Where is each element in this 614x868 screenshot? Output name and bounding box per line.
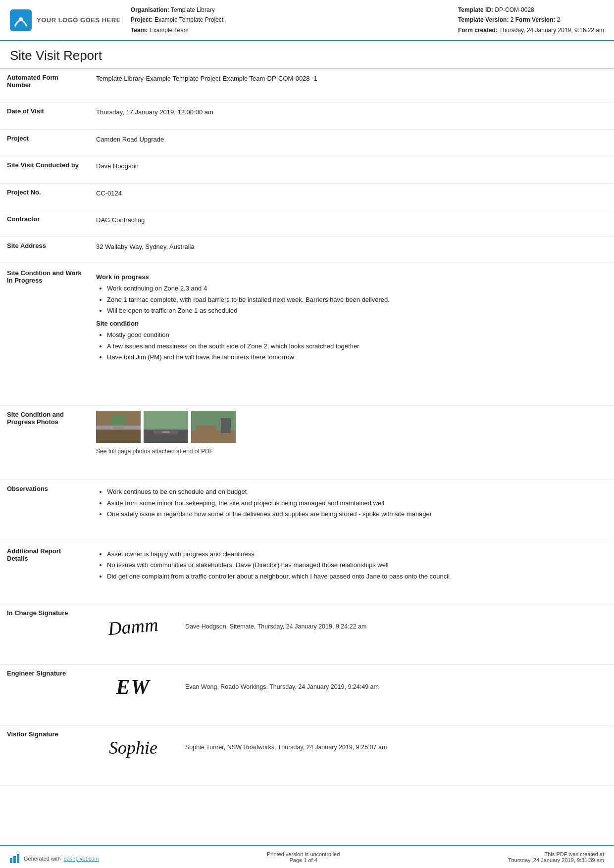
visitor-sig-area: Sophie Sophie Turner, NSW Roadworks, Thu… [96,730,607,765]
row-project-no: Project No. CC-0124 [0,183,614,210]
team-line: Team: Example Team [131,25,448,35]
footer-right: This PDF was created at Thursday, 24 Jan… [508,851,604,863]
visitor-sig-image: Sophie [96,730,170,765]
visitor-sig-value: Sophie Sophie Turner, NSW Roadworks, Thu… [89,725,614,785]
svg-point-1 [19,17,23,21]
add-bullet-2: No issues with communities or stakeholde… [107,560,607,570]
logo-icon [10,9,32,31]
org-value: Template Library [171,6,215,13]
in-charge-sig-value: Damm Dave Hodgson, Sitemate, Thursday, 2… [89,604,614,665]
site-condition-label: Site Condition and Work in Progress [0,264,89,405]
form-created-label: Form created: [458,27,498,34]
site-address-label: Site Address [0,237,89,264]
form-version-value: 2 [557,16,561,23]
add-bullet-3: Did get one complaint from a traffic con… [107,572,607,581]
row-automated-form-number: Automated Form Number Template Library-E… [0,69,614,102]
row-site-address: Site Address 32 Wallaby Way, Sydney, Aus… [0,237,614,264]
automated-form-number-value: Template Library-Example Template Projec… [89,69,614,102]
header: YOUR LOGO GOES HERE Organisation: Templa… [0,0,614,41]
footer-page-text: Page 1 of 4 [267,857,340,863]
project-no-value: CC-0124 [89,183,614,210]
version-line: Template Version: 2 Form Version: 2 [458,15,604,25]
org-label: Organisation: [131,6,169,13]
team-value: Example Team [150,27,189,34]
site-condition-value: Work in progress Work continuing on Zone… [89,264,614,405]
row-site-condition: Site Condition and Work in Progress Work… [0,264,614,405]
page: YOUR LOGO GOES HERE Organisation: Templa… [0,0,614,868]
photo-thumb-2 [144,411,188,443]
project-field-label: Project [0,129,89,156]
engineer-sig-text: Evan Wong, Roado Workings, Thursday, 24 … [185,682,379,692]
form-created-line: Form created: Thursday, 24 January 2019,… [458,25,604,35]
template-id-line: Template ID: DP-COM-0028 [458,5,604,15]
visitor-sig-label: Visitor Signature [0,725,89,785]
observations-bullets-list: Work continues to be on schedule and on … [96,487,607,519]
engineer-sig-image: EW [96,670,170,704]
engineer-sig-area: EW Evan Wong, Roado Workings, Thursday, … [96,670,607,704]
additional-bullets-list: Asset owner is happy with progress and c… [96,549,607,581]
work-bullet-3: Will be open to traffic on Zone 1 as sch… [107,306,607,316]
footer: Generated with dashpivot.com Printed ver… [0,845,614,868]
spacer-row [0,786,614,845]
footer-center: Printed version is uncontrolled Page 1 o… [267,851,340,863]
svg-rect-17 [17,854,19,863]
in-charge-signature-glyph: Damm [107,610,159,643]
engineer-signature-glyph: EW [116,672,150,703]
site-condition-bullet-3: Have told Jim (PM) and he will have the … [107,352,607,362]
header-meta: Organisation: Template Library Project: … [131,5,448,35]
photos-label: Site Condition and Progress Photos [0,405,89,480]
in-charge-sig-text: Dave Hodgson, Sitemate, Thursday, 24 Jan… [185,622,366,631]
contractor-label: Contractor [0,210,89,237]
work-bullet-2: Zone 1 tarmac complete, with road barrie… [107,295,607,305]
row-observations: Observations Work continues to be on sch… [0,480,614,542]
project-line: Project: Example Template Project [131,15,448,25]
dashpivot-link[interactable]: dashpivot.com [64,856,99,862]
row-in-charge-sig: In Charge Signature Damm Dave Hodgson, S… [0,604,614,665]
footer-left: Generated with dashpivot.com [10,854,99,863]
row-contractor: Contractor DAG Contracting [0,210,614,237]
photos-row [96,411,607,443]
photos-value: See full page photos attached at end of … [89,405,614,480]
engineer-sig-label: Engineer Signature [0,665,89,725]
site-condition-bullets-list: Mostly good condition A few issues and m… [96,330,607,362]
svg-rect-13 [221,418,231,433]
obs-bullet-3: One safety issue in regards to how some … [107,509,607,519]
engineer-sig-value: EW Evan Wong, Roado Workings, Thursday, … [89,665,614,725]
in-charge-sig-area: Damm Dave Hodgson, Sitemate, Thursday, 2… [96,609,607,644]
footer-right-text: This PDF was created at [508,851,604,857]
additional-value: Asset owner is happy with progress and c… [89,542,614,604]
work-in-progress-heading: Work in progress [96,272,607,282]
visitor-signature-glyph: Sophie [109,734,157,761]
project-label: Project: [131,16,153,23]
template-id-value: DP-COM-0028 [495,6,534,13]
form-created-value: Thursday, 24 January 2019, 9:16:22 am [499,27,604,34]
contractor-value: DAG Contracting [89,210,614,237]
svg-rect-14 [196,426,216,433]
svg-rect-10 [162,432,169,433]
photo-thumb-3 [191,411,236,443]
row-additional: Additional Report Details Asset owner is… [0,542,614,604]
in-charge-sig-image: Damm [96,609,170,644]
site-condition-heading: Site condition [96,319,607,329]
photo-thumb-1 [96,411,141,443]
svg-rect-16 [13,856,16,863]
template-version-label: Template Version: [458,16,509,23]
additional-label: Additional Report Details [0,542,89,604]
site-visit-conducted-value: Dave Hodgson [89,156,614,183]
report-title: Site Visit Report [0,41,614,69]
obs-bullet-2: Aside from some minor housekeeping, the … [107,498,607,508]
site-condition-bullet-2: A few issues and messiness on the south … [107,341,607,351]
header-right: Template ID: DP-COM-0028 Template Versio… [458,5,604,35]
team-label: Team: [131,27,148,34]
template-id-label: Template ID: [458,6,493,13]
row-site-visit-conducted: Site Visit Conducted by Dave Hodgson [0,156,614,183]
in-charge-sig-label: In Charge Signature [0,604,89,665]
project-no-label: Project No. [0,183,89,210]
row-photos: Site Condition and Progress Photos [0,405,614,480]
footer-right-date: Thursday, 24 January 2019, 9:31:39 am [508,857,604,863]
svg-rect-3 [96,428,141,443]
logo-area: YOUR LOGO GOES HERE [10,5,121,35]
footer-uncontrolled-text: Printed version is uncontrolled [267,851,340,857]
add-bullet-1: Asset owner is happy with progress and c… [107,549,607,559]
generated-text: Generated with [24,856,61,862]
